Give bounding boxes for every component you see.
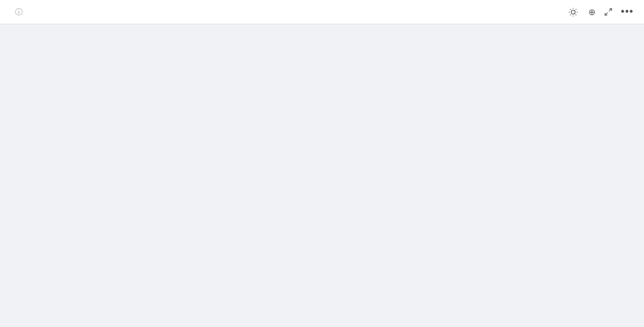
svg-line-3 <box>570 9 571 9</box>
svg-line-7 <box>570 14 571 15</box>
svg-line-4 <box>576 14 576 15</box>
svg-line-8 <box>576 9 576 9</box>
theme-button[interactable] <box>569 8 580 17</box>
more-options-icon[interactable]: ••• <box>621 6 634 18</box>
expand-icon[interactable] <box>604 8 613 16</box>
info-icon[interactable]: ⓘ <box>15 7 23 17</box>
dashboard <box>0 24 644 45</box>
svg-point-0 <box>571 10 576 14</box>
svg-line-10 <box>605 13 607 15</box>
svg-line-9 <box>609 9 612 11</box>
app-header: ⓘ ⊕ ••• <box>0 0 644 24</box>
embed-icon[interactable]: ⊕ <box>588 7 596 17</box>
